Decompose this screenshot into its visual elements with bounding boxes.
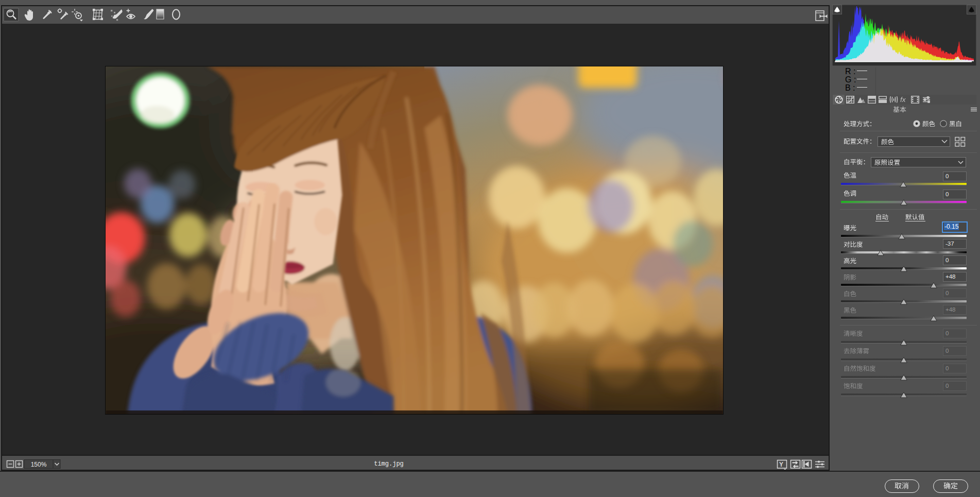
svg-text:Y: Y <box>779 461 783 468</box>
